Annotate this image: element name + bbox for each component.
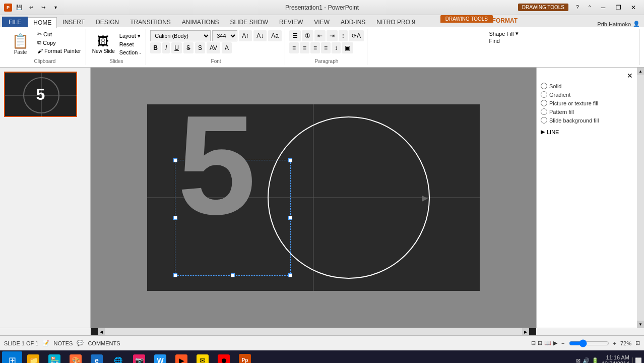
save-button[interactable]: 💾 [14, 3, 24, 12]
undo-button[interactable]: ↩ [26, 3, 36, 12]
slide-container[interactable]: 5 untuk memperbesar ukuran huruf dapat d… [147, 104, 480, 291]
restore-button[interactable]: ❐ [612, 3, 625, 12]
section-button[interactable]: Section - [118, 49, 143, 56]
tab-format-drawing[interactable]: FORMAT [487, 15, 523, 26]
fill-solid-radio[interactable] [541, 83, 547, 89]
network-icon[interactable]: ⊠ [576, 357, 581, 364]
collapse-ribbon[interactable]: ⌃ [585, 3, 595, 12]
layout-button[interactable]: Layout ▾ [118, 32, 143, 40]
underline-button[interactable]: U [171, 42, 182, 53]
shadow-button[interactable]: S [195, 42, 205, 53]
fit-slide-btn[interactable]: ⊡ [635, 340, 640, 346]
tab-transitions[interactable]: TRANSITIONS [124, 17, 176, 27]
align-center-button[interactable]: ≡ [300, 42, 309, 53]
zoom-out-btn[interactable]: − [561, 340, 564, 346]
font-color-button[interactable]: A [222, 42, 232, 53]
taskbar-explorer[interactable]: 📁 [23, 351, 43, 363]
zoom-slider[interactable] [569, 340, 609, 347]
taskbar-ie[interactable]: e [87, 351, 107, 363]
italic-button[interactable]: I [162, 42, 170, 53]
user-area[interactable]: Prih Hatmoko 👤 [597, 21, 640, 27]
indent-decrease-button[interactable]: ⇤ [314, 30, 326, 41]
indent-increase-button[interactable]: ⇥ [327, 30, 338, 41]
paste-button[interactable]: 📋 Paste [7, 30, 34, 57]
start-button[interactable]: ⊞ [2, 351, 22, 363]
font-grow-button[interactable]: A↑ [239, 30, 252, 41]
fill-slide-bg[interactable]: Slide background fill [541, 116, 633, 125]
help-button[interactable]: ? [572, 3, 583, 12]
bullets-button[interactable]: ☰ [289, 30, 301, 41]
zoom-in-btn[interactable]: + [613, 340, 616, 346]
line-spacing-button[interactable]: ↕ [332, 42, 341, 53]
justify-button[interactable]: ≡ [321, 42, 331, 53]
taskbar-chrome[interactable]: 🌐 [108, 351, 128, 363]
fill-pattern[interactable]: Pattern fill [541, 107, 633, 116]
font-shrink-button[interactable]: A↓ [253, 30, 267, 41]
speaker-icon[interactable]: 🔊 [583, 357, 590, 364]
taskbar-paint[interactable]: 🎨 [66, 351, 86, 363]
bold-button[interactable]: B [150, 42, 161, 53]
taskbar-powerpoint[interactable]: Pp [235, 351, 255, 363]
cut-button[interactable]: ✂ Cut [36, 30, 83, 38]
reset-button[interactable]: Reset [118, 41, 143, 48]
scroll-right-btn[interactable]: ▶ [522, 328, 529, 335]
copy-button[interactable]: ⧉ Copy [36, 39, 83, 46]
taskbar-word[interactable]: W [150, 351, 170, 363]
scroll-left-btn[interactable]: ◀ [98, 328, 105, 335]
tab-nitro[interactable]: NITRO PRO 9 [371, 17, 421, 27]
tab-file[interactable]: FILE [2, 17, 28, 27]
scroll-right-button[interactable]: ▶ [422, 193, 428, 203]
taskbar-mail[interactable]: ✉ [192, 351, 213, 363]
fill-pattern-radio[interactable] [541, 108, 547, 115]
char-spacing-button[interactable]: AV [207, 42, 220, 53]
show-desktop-btn[interactable]: ⬜ [632, 357, 642, 364]
clear-format-button[interactable]: Aa [268, 30, 282, 41]
font-name-select[interactable]: Calibri (Body) [150, 30, 211, 41]
comments-btn[interactable]: COMMENTS [88, 340, 120, 346]
minimize-button[interactable]: ─ [597, 3, 610, 12]
fill-picture[interactable]: Picture or texture fill [541, 99, 633, 107]
customize-qat[interactable]: ▾ [50, 3, 60, 12]
font-size-select[interactable]: 344 [212, 30, 237, 41]
strikethrough-button[interactable]: S̶ [183, 42, 194, 53]
fill-picture-radio[interactable] [541, 100, 547, 106]
new-slide-button[interactable]: 🖼 New Slide [90, 32, 117, 56]
numbering-button[interactable]: ① [302, 30, 313, 41]
line-expand[interactable]: ▶ LINE [541, 129, 633, 135]
reading-view-btn[interactable]: 📖 [544, 340, 551, 346]
tab-slideshow[interactable]: SLIDE SHOW [225, 17, 274, 27]
tab-animations[interactable]: ANIMATIONS [176, 17, 225, 27]
text-direction-button[interactable]: ⟳A [349, 30, 364, 41]
scroll-down-button[interactable]: ▼ [637, 321, 644, 328]
taskbar-camera[interactable]: 📷 [129, 351, 149, 363]
tab-view[interactable]: VIEW [308, 17, 335, 27]
slideshow-btn[interactable]: ▶ [553, 340, 557, 346]
h-scroll-track[interactable] [105, 328, 522, 335]
right-panel-close[interactable]: ✕ [627, 72, 633, 80]
taskbar-media[interactable]: ▶ [171, 351, 191, 363]
tab-insert[interactable]: INSERT [57, 17, 90, 27]
tab-design[interactable]: DESIGN [90, 17, 124, 27]
slide-thumbnail[interactable]: 5 [4, 72, 77, 117]
tab-review[interactable]: REVIEW [274, 17, 308, 27]
slide-sorter-btn[interactable]: ⊞ [538, 340, 542, 346]
fill-gradient-radio[interactable] [541, 91, 547, 98]
tab-addins[interactable]: ADD-INS [335, 17, 371, 27]
redo-button[interactable]: ↪ [38, 3, 48, 12]
close-button[interactable]: ✕ [627, 3, 640, 12]
align-right-button[interactable]: ≡ [310, 42, 320, 53]
fill-solid[interactable]: Solid [541, 82, 633, 90]
taskbar-rec[interactable]: ⏺ [214, 351, 234, 363]
fill-gradient[interactable]: Gradient [541, 90, 633, 99]
column-button[interactable]: ⫶ [339, 30, 348, 41]
format-painter-button[interactable]: 🖌 Format Painter [36, 47, 83, 54]
scroll-up-button[interactable]: ▲ [637, 68, 644, 75]
taskbar-store[interactable]: 🏪 [44, 351, 65, 363]
fill-slide-bg-radio[interactable] [541, 117, 547, 124]
scroll-track[interactable] [637, 75, 644, 321]
notes-btn[interactable]: NOTES [53, 340, 73, 346]
tab-home[interactable]: HOME [28, 17, 57, 28]
align-left-button[interactable]: ≡ [289, 42, 299, 53]
columns-button[interactable]: ▣ [342, 42, 353, 53]
normal-view-btn[interactable]: ⊟ [531, 340, 536, 346]
